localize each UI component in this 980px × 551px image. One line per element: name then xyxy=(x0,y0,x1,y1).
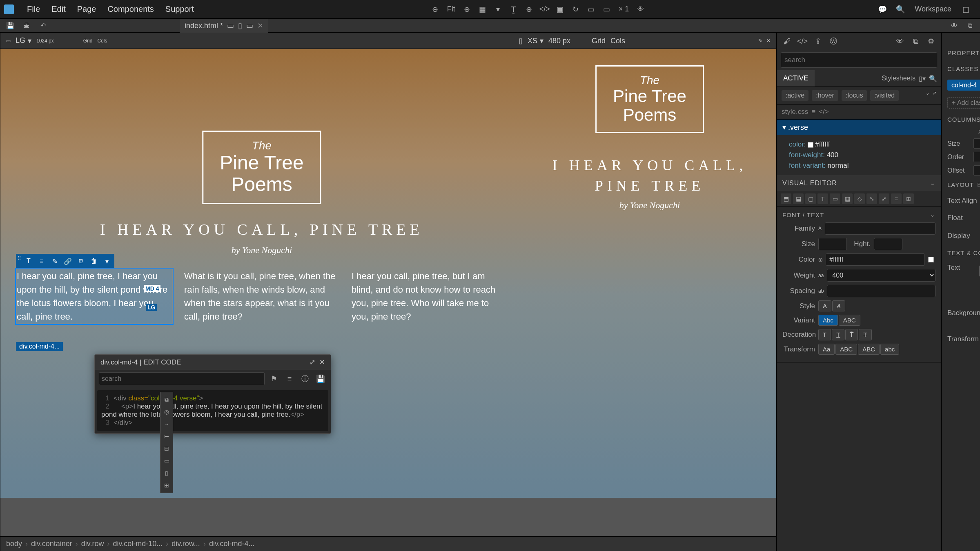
vt-10[interactable]: ≡ xyxy=(891,193,902,204)
vt-5[interactable]: ▭ xyxy=(830,193,840,204)
vt-4[interactable]: T xyxy=(817,193,828,204)
more-icon[interactable]: ▾ xyxy=(101,256,113,267)
tr-lower[interactable]: abc xyxy=(880,344,899,355)
color-swatch[interactable] xyxy=(808,142,813,148)
menu-components[interactable]: Components xyxy=(102,2,159,16)
vt-7[interactable]: ◇ xyxy=(854,193,865,204)
eye-icon[interactable]: 👁 xyxy=(948,20,960,32)
pseudo-more-icon[interactable]: ⌄ xyxy=(926,90,930,101)
panel-toggle-icon[interactable]: ◫ xyxy=(960,3,972,16)
side-cut-icon[interactable]: ⊢ xyxy=(160,431,173,442)
code-view-icon[interactable]: </> xyxy=(796,35,808,47)
vt-11[interactable]: ⊞ xyxy=(903,193,914,204)
vt-3[interactable]: ▢ xyxy=(805,193,816,204)
grid-toggle-icon[interactable]: ▦ xyxy=(477,3,489,16)
hght-input[interactable] xyxy=(874,238,902,250)
trash-icon[interactable]: 🗑 xyxy=(88,256,100,267)
move-handle-icon[interactable]: ⠿ xyxy=(18,256,21,267)
zoom-fit[interactable]: Fit xyxy=(445,5,458,13)
text-edit-icon[interactable]: T xyxy=(23,256,34,267)
dec-none[interactable]: T xyxy=(818,329,831,340)
crumb-row[interactable]: div.row xyxy=(81,540,104,548)
menu-edit[interactable]: Edit xyxy=(46,2,71,16)
add-class-button[interactable]: + Add class xyxy=(947,97,980,109)
side-grid-icon[interactable]: ⊞ xyxy=(160,480,173,491)
popup-save-icon[interactable]: 💾 xyxy=(314,373,327,385)
side-target-icon[interactable]: ◎ xyxy=(160,406,173,418)
color-input[interactable] xyxy=(826,253,925,266)
vt-6[interactable]: ▦ xyxy=(842,193,853,204)
stylesheets-label[interactable]: Stylesheets xyxy=(882,75,915,82)
preview-lg[interactable]: The Pine Tree Poems I HEAR YOU CALL, PIN… xyxy=(0,49,523,498)
code-icon[interactable]: </> xyxy=(539,3,551,16)
expand-icon[interactable]: ⤢ xyxy=(310,358,315,367)
app-logo[interactable] xyxy=(4,4,14,14)
size-input[interactable] xyxy=(818,238,847,250)
align-icon[interactable]: ≡ xyxy=(36,256,47,267)
menu-page[interactable]: Page xyxy=(71,2,102,16)
tr-upper[interactable]: ABC xyxy=(835,344,857,355)
style-normal[interactable]: A xyxy=(818,300,831,311)
variant-normal[interactable]: Abc xyxy=(818,315,838,326)
color-picker-icon[interactable]: ◎ xyxy=(818,257,822,262)
weight-select[interactable]: 400 xyxy=(827,269,935,282)
side-collapse-icon[interactable]: ⊟ xyxy=(160,443,173,454)
stylesheets-dropdown-icon[interactable]: ▯▾ xyxy=(919,75,926,82)
browser-preview-icon[interactable]: ▭ xyxy=(585,3,597,16)
side-arrow-icon[interactable]: → xyxy=(160,418,173,430)
device-desktop-icon[interactable]: ▭ xyxy=(227,21,234,30)
reload-icon[interactable]: ↻ xyxy=(570,3,582,16)
verse-1-selected[interactable]: I hear you call, pine tree, I hear you u… xyxy=(17,269,172,323)
style-search-input[interactable] xyxy=(781,52,937,68)
font-family-icon[interactable]: A xyxy=(818,226,822,231)
vt-9[interactable]: ⤢ xyxy=(879,193,889,204)
copy2-icon[interactable]: ⧉ xyxy=(909,35,922,47)
edit-icon[interactable]: ✎ xyxy=(758,38,762,44)
crumb-row2[interactable]: div.row... xyxy=(172,540,200,548)
breakpoint-lg[interactable]: LG ▾ xyxy=(16,36,31,45)
pseudo-focus[interactable]: :focus xyxy=(842,90,867,101)
save-icon[interactable]: 💾 xyxy=(4,20,16,32)
crumb-body[interactable]: body xyxy=(6,540,22,548)
size-xs[interactable] xyxy=(973,138,980,149)
zoom-in-icon[interactable]: ⊕ xyxy=(461,3,473,16)
css-file-name[interactable]: style.css xyxy=(782,108,808,116)
crumb-col10[interactable]: div.col-md-10... xyxy=(113,540,163,548)
state-tab-active[interactable]: ACTIVE xyxy=(777,70,815,87)
dec-overline[interactable]: T̄ xyxy=(845,329,858,340)
visual-editor-header[interactable]: VISUAL EDITOR ⌄ xyxy=(777,175,941,191)
tr-cap[interactable]: ABC xyxy=(858,344,880,355)
variant-smallcaps[interactable]: ABC xyxy=(839,315,860,326)
menu-support[interactable]: Support xyxy=(160,2,200,16)
crumb-col4[interactable]: div.col-md-4... xyxy=(209,540,255,548)
verse-2[interactable]: What is it you call, pine tree, when the… xyxy=(184,269,339,323)
menu-file[interactable]: File xyxy=(21,2,46,16)
side-row-icon[interactable]: ▭ xyxy=(160,455,173,467)
visibility-icon[interactable]: 👁 xyxy=(635,3,647,16)
js-icon[interactable]: ▣ xyxy=(554,3,566,16)
side-col-icon[interactable]: ▯ xyxy=(160,467,173,479)
cols-toggle[interactable]: Cols xyxy=(97,38,107,44)
chat-icon[interactable]: 💬 xyxy=(876,3,889,16)
close-popup-icon[interactable]: ✕ xyxy=(319,358,325,367)
family-input[interactable] xyxy=(825,222,935,235)
css-file-menu-icon[interactable]: ≡ xyxy=(811,108,815,116)
file-tab[interactable]: index.html * ▭ ▯ ▭ ✕ xyxy=(180,19,268,33)
text-height-icon[interactable]: Ṯ xyxy=(508,3,520,16)
crumb-container[interactable]: div.container xyxy=(31,540,72,548)
print-icon[interactable]: 🖶 xyxy=(20,20,33,32)
offset-xs[interactable] xyxy=(973,165,980,176)
settings-icon[interactable]: ⚙ xyxy=(925,35,937,47)
device-mobile-icon[interactable]: ▯ xyxy=(238,21,242,30)
pseudo-visited[interactable]: :visited xyxy=(870,90,899,101)
brush-icon[interactable]: 🖌 xyxy=(781,35,793,47)
zoom-out-icon[interactable]: ⊖ xyxy=(429,3,441,16)
order-xs[interactable] xyxy=(973,152,980,162)
dropdown-icon[interactable]: ▾ xyxy=(492,3,504,16)
dec-underline[interactable]: T xyxy=(832,329,844,340)
rule-body[interactable]: color: #ffffff font-weight: 400 font-var… xyxy=(777,135,941,175)
crosshair-icon[interactable]: ⊕ xyxy=(523,3,535,16)
class-chip-colmd4[interactable]: col-md-4✕ xyxy=(947,80,980,91)
copy-icon[interactable]: ⧉ xyxy=(964,20,976,32)
vt-2[interactable]: ⬓ xyxy=(793,193,804,204)
